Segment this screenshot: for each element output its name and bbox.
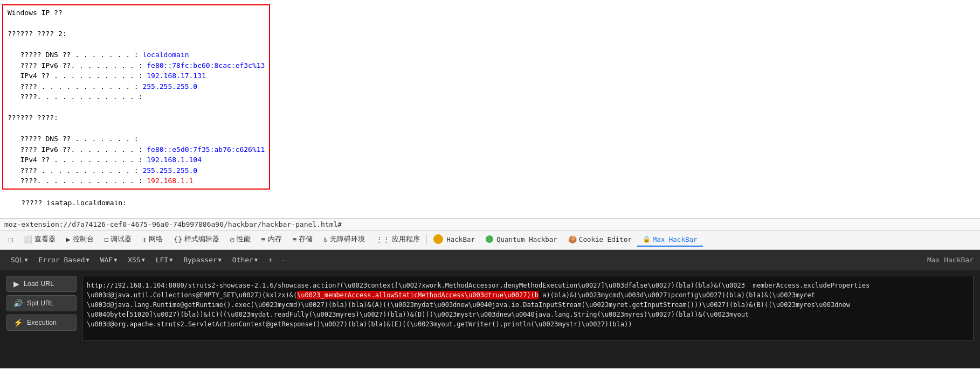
dns-value: localdomain bbox=[142, 51, 189, 59]
devtools-inspect-icon[interactable]: ⬚ bbox=[3, 233, 18, 247]
hackbar-menu-bar: SQL ▼ Error Based ▼ WAF ▼ XSS ▼ LFI ▼ By… bbox=[0, 250, 980, 270]
storage-icon: ≡ bbox=[293, 235, 297, 243]
performance-icon: ◷ bbox=[230, 235, 234, 243]
error-based-caret-icon: ▼ bbox=[86, 257, 89, 263]
memory-icon: ≡ bbox=[261, 235, 266, 243]
menu-bypasser[interactable]: Bypasser ▼ bbox=[179, 254, 226, 266]
quantum-hackbar-dot-icon bbox=[486, 235, 493, 243]
load-url-button[interactable]: ▶ Load URL bbox=[6, 276, 77, 292]
devtools-accessibility[interactable]: ♿ 无障碍环境 bbox=[318, 233, 370, 247]
spit-url-button[interactable]: 🔊 Spit URL bbox=[6, 295, 77, 311]
hackbar-logo-icon bbox=[433, 234, 443, 244]
devtools-separator-1 bbox=[426, 234, 427, 245]
menu-error-based[interactable]: Error Based ▼ bbox=[34, 254, 94, 266]
browser-url-bar[interactable]: moz-extension://d7a74126-cef0-4675-96a0-… bbox=[0, 218, 980, 231]
storage-label: 存储 bbox=[299, 235, 313, 244]
devtools-storage[interactable]: ≡ 存储 bbox=[287, 233, 319, 247]
cookie-editor-label: Cookie Editor bbox=[579, 235, 632, 243]
devtools-app[interactable]: ⋮⋮ 应用程序 bbox=[370, 233, 425, 247]
sql-label: SQL bbox=[11, 256, 23, 264]
devtools-quantum-hackbar[interactable]: Quantum Hackbar bbox=[480, 233, 563, 247]
menu-right-label: Max HackBar bbox=[927, 256, 974, 264]
memory-label: 内存 bbox=[268, 235, 282, 244]
style-editor-label: 样式编辑器 bbox=[184, 235, 219, 244]
quantum-hackbar-label: Quantum Hackbar bbox=[496, 235, 557, 243]
inspect-icon: ⬚ bbox=[9, 235, 13, 243]
devtools-hackbar[interactable]: HackBar bbox=[428, 232, 480, 247]
ipv4-value-2: 192.168.1.104 bbox=[147, 156, 202, 164]
execution-icon: ⚡ bbox=[13, 318, 23, 327]
terminal-text: Windows IP ?? ?????? ???? 2: ????? DNS ?… bbox=[8, 8, 265, 186]
accessibility-icon: ♿ bbox=[323, 235, 328, 243]
menu-plus[interactable]: + bbox=[264, 254, 277, 266]
spit-url-icon: 🔊 bbox=[13, 299, 23, 308]
gateway-value: 192.168.1.1 bbox=[147, 177, 193, 185]
devtools-inspector[interactable]: ⬜ 查看器 bbox=[18, 233, 61, 247]
minus-label: - bbox=[281, 256, 286, 264]
plus-label: + bbox=[268, 256, 273, 264]
hackbar-buttons-panel: ▶ Load URL 🔊 Spit URL ⚡ Execution bbox=[6, 276, 77, 331]
xss-caret-icon: ▼ bbox=[142, 257, 145, 263]
load-url-label: Load URL bbox=[24, 280, 54, 288]
url-text: moz-extension://d7a74126-cef0-4675-96a0-… bbox=[4, 220, 342, 228]
menu-other[interactable]: Other ▼ bbox=[228, 254, 262, 266]
inspector-label: 查看器 bbox=[34, 235, 56, 244]
devtools-style-editor[interactable]: {} 样式编辑器 bbox=[168, 233, 225, 247]
console-icon: ▶ bbox=[66, 235, 71, 243]
ipv6-value-2: fe80::e5d0:7f35:ab76:c626%11 bbox=[147, 145, 265, 153]
menu-sql[interactable]: SQL ▼ bbox=[6, 254, 32, 266]
max-hackbar-label: Max HackBar bbox=[653, 235, 698, 243]
ipv6-value-1: fe80::78fc:bc60:8cac:ef3c%13 bbox=[147, 61, 265, 69]
style-editor-icon: {} bbox=[174, 235, 182, 243]
below-terminal-text: ????? isatap.localdomain: bbox=[2, 190, 978, 216]
xss-label: XSS bbox=[128, 256, 140, 264]
console-label: 控制台 bbox=[73, 235, 94, 244]
waf-label: WAF bbox=[100, 256, 113, 264]
load-url-icon: ▶ bbox=[13, 280, 19, 288]
performance-label: 性能 bbox=[237, 235, 251, 244]
ipv4-value-1: 192.168.17.131 bbox=[147, 72, 206, 80]
devtools-network[interactable]: ↕ 网络 bbox=[137, 233, 168, 247]
devtools-memory[interactable]: ≡ 内存 bbox=[256, 233, 287, 247]
lock-icon: 🔒 bbox=[643, 235, 651, 243]
bypasser-caret-icon: ▼ bbox=[218, 257, 222, 263]
network-icon: ↕ bbox=[142, 235, 147, 243]
execution-label: Execution bbox=[27, 319, 57, 326]
terminal-output-area: Windows IP ?? ?????? ???? 2: ????? DNS ?… bbox=[0, 0, 980, 218]
lfi-caret-icon: ▼ bbox=[169, 257, 172, 263]
devtools-max-hackbar[interactable]: 🔒 Max HackBar bbox=[637, 233, 703, 247]
app-icon: ⋮⋮ bbox=[376, 235, 390, 243]
menu-waf[interactable]: WAF ▼ bbox=[96, 254, 122, 266]
terminal-box: Windows IP ?? ?????? ???? 2: ????? DNS ?… bbox=[2, 4, 270, 190]
devtools-cookie-editor[interactable]: 🍪 Cookie Editor bbox=[563, 233, 637, 247]
bypasser-label: Bypasser bbox=[183, 256, 217, 264]
cookie-icon: 🍪 bbox=[568, 235, 577, 243]
execution-button[interactable]: ⚡ Execution bbox=[6, 315, 77, 331]
inspector-icon: ⬜ bbox=[24, 235, 32, 243]
other-label: Other bbox=[232, 256, 253, 264]
network-label: 网络 bbox=[149, 235, 163, 244]
devtools-performance[interactable]: ◷ 性能 bbox=[225, 233, 256, 247]
max-hackbar-right-label: Max HackBar bbox=[927, 256, 974, 264]
debugger-icon: ◻ bbox=[105, 235, 109, 243]
hackbar-url-textarea[interactable]: http://192.168.1.104:8080/struts2-showca… bbox=[82, 276, 974, 340]
waf-caret-icon: ▼ bbox=[114, 257, 117, 263]
mask-value-2: 255.255.255.0 bbox=[142, 166, 197, 174]
lfi-label: LFI bbox=[156, 256, 168, 264]
hackbar-body: ▶ Load URL 🔊 Spit URL ⚡ Execution http:/… bbox=[0, 270, 980, 346]
menu-lfi[interactable]: LFI ▼ bbox=[151, 254, 177, 266]
devtools-debugger[interactable]: ◻ 调试器 bbox=[99, 233, 137, 247]
app-label: 应用程序 bbox=[392, 235, 420, 244]
spit-url-label: Spit URL bbox=[27, 299, 54, 307]
menu-minus[interactable]: - bbox=[279, 256, 288, 264]
debugger-label: 调试器 bbox=[111, 235, 132, 244]
sql-caret-icon: ▼ bbox=[24, 257, 27, 263]
error-based-label: Error Based bbox=[39, 256, 85, 264]
hackbar-panel: SQL ▼ Error Based ▼ WAF ▼ XSS ▼ LFI ▼ By… bbox=[0, 250, 980, 368]
other-caret-icon: ▼ bbox=[254, 257, 258, 263]
hackbar-label: HackBar bbox=[446, 235, 475, 243]
menu-xss[interactable]: XSS ▼ bbox=[123, 254, 149, 266]
devtools-console[interactable]: ▶ 控制台 bbox=[61, 233, 99, 247]
accessibility-label: 无障碍环境 bbox=[330, 235, 365, 244]
mask-value-1: 255.255.255.0 bbox=[142, 82, 197, 90]
